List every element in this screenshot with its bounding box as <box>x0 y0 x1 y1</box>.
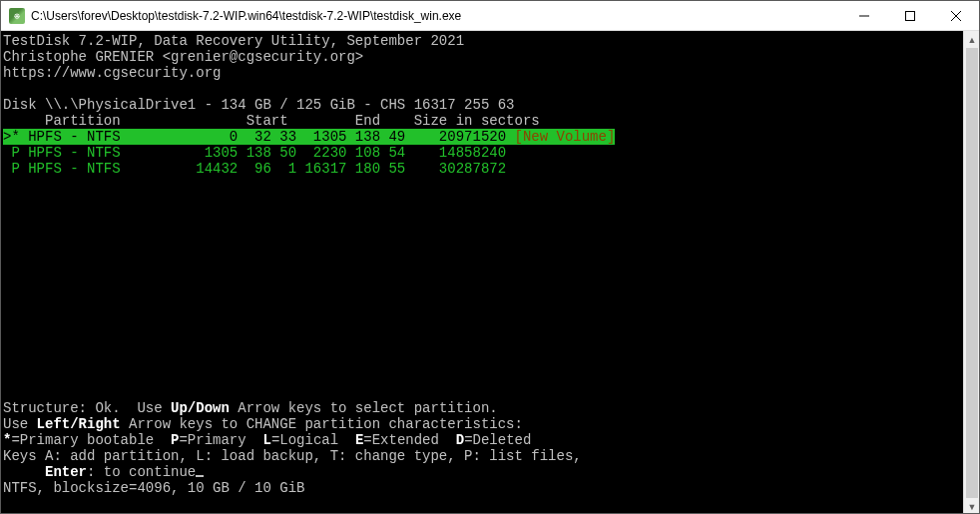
cursor-icon <box>196 475 204 477</box>
terminal-content[interactable]: TestDisk 7.2-WIP, Data Recovery Utility,… <box>1 31 965 514</box>
window-controls <box>841 1 979 31</box>
partition-row[interactable]: P HPFS - NTFS 14432 96 1 16317 180 55 30… <box>3 161 965 177</box>
svg-rect-1 <box>906 11 915 20</box>
structure-line: Structure: Ok. Use Up/Down Arrow keys to… <box>3 400 965 416</box>
close-button[interactable] <box>933 1 979 31</box>
window-title: C:\Users\forev\Desktop\testdisk-7.2-WIP.… <box>31 9 841 23</box>
partition-row[interactable]: >* HPFS - NTFS 0 32 33 1305 138 49 20971… <box>3 129 965 145</box>
enter-line: Enter: to continue <box>3 464 965 480</box>
scroll-down-icon[interactable]: ▼ <box>964 498 980 514</box>
leftright-line: Use Left/Right Arrow keys to CHANGE part… <box>3 416 965 432</box>
partition-row[interactable]: P HPFS - NTFS 1305 138 50 2230 108 54 14… <box>3 145 965 161</box>
header-line-3: https://www.cgsecurity.org <box>3 65 965 81</box>
window-titlebar: ⎈ C:\Users\forev\Desktop\testdisk-7.2-WI… <box>1 1 979 31</box>
minimize-button[interactable] <box>841 1 887 31</box>
disk-line: Disk \\.\PhysicalDrive1 - 134 GB / 125 G… <box>3 97 965 113</box>
scrollbar-thumb[interactable] <box>966 48 978 498</box>
column-headers: Partition Start End Size in sectors <box>3 113 965 129</box>
scroll-up-icon[interactable]: ▲ <box>964 31 980 48</box>
maximize-button[interactable] <box>887 1 933 31</box>
fs-info-line: NTFS, blocksize=4096, 10 GB / 10 GiB <box>3 480 965 496</box>
vertical-scrollbar[interactable]: ▲ ▼ <box>963 31 979 514</box>
app-icon: ⎈ <box>9 8 25 24</box>
keys-line: Keys A: add partition, L: load backup, T… <box>3 448 965 464</box>
header-line-1: TestDisk 7.2-WIP, Data Recovery Utility,… <box>3 33 965 49</box>
legend-line: *=Primary bootable P=Primary L=Logical E… <box>3 432 965 448</box>
header-line-2: Christophe GRENIER <grenier@cgsecurity.o… <box>3 49 965 65</box>
